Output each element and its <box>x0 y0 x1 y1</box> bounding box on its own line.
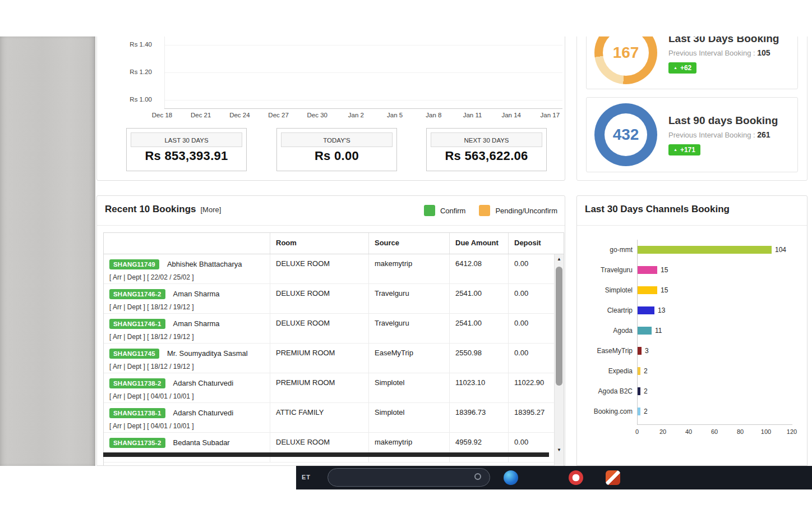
channel-row: EaseMyTrip 3 <box>586 341 800 361</box>
y-axis-line <box>164 36 165 108</box>
channel-label: Agoda B2C <box>586 387 637 395</box>
donut-value: 432 <box>613 126 639 144</box>
channels-axis-ticks: 020406080100120 <box>637 428 792 436</box>
axis-label: Jan 5 <box>381 112 408 118</box>
axis-tick-label: 60 <box>711 428 718 435</box>
taskbar: ET <box>296 466 812 489</box>
table-column-header: Deposit <box>509 233 555 254</box>
x-axis-line <box>164 108 562 109</box>
channel-value: 11 <box>655 327 662 335</box>
booking-line1: SHANG11745Mr. Soumyaditya Sasmal <box>109 349 270 359</box>
table-row[interactable]: SHANG11746-2Aman Sharma [ Arr | Dept ] [… <box>104 284 564 314</box>
scrollbar-thumb[interactable] <box>556 267 562 386</box>
source-cell: Travelguru <box>369 314 450 343</box>
legend-item: Confirm <box>424 205 466 216</box>
dashboard-viewport: Rs 1.40Rs 1.20Rs 1.00 Dec 18Dec 21Dec 24… <box>0 36 812 466</box>
divider <box>97 225 565 226</box>
channel-label: Travelguru <box>586 266 637 274</box>
delta-badge: ▲+171 <box>668 144 700 155</box>
booking-id-badge: SHANG11738-1 <box>109 408 165 418</box>
table-row[interactable]: SHANG11745Mr. Soumyaditya Sasmal [ Arr |… <box>104 344 564 373</box>
due-cell: 2550.98 <box>450 344 509 373</box>
deposit-cell: 0.00 <box>509 344 555 373</box>
table-row[interactable]: SHANG11746-1Aman Sharma [ Arr | Dept ] [… <box>104 314 564 344</box>
table-column-header: Source <box>369 233 450 254</box>
revenue-stat-box: TODAY'S Rs 0.00 <box>276 128 397 171</box>
guest-name: Adarsh Chaturvedi <box>173 409 234 417</box>
scroll-up-icon[interactable]: ▲ <box>555 254 564 264</box>
axis-label: Jan 2 <box>343 112 370 118</box>
legend-label: Pending/Unconfirm <box>495 207 557 215</box>
channels-bars: go-mmt 104 Travelguru 15 Simplotel 15 Cl… <box>586 240 800 422</box>
channel-bar <box>638 306 654 314</box>
channel-bar <box>638 246 772 254</box>
channel-value: 15 <box>661 266 668 274</box>
taskbar-search-input[interactable] <box>327 468 490 487</box>
guest-name: Aman Sharma <box>173 319 220 328</box>
axis-label: Jan 17 <box>537 112 564 118</box>
guest-name: Mr. Soumyaditya Sasmal <box>167 349 248 358</box>
booking-id-badge: SHANG11746-1 <box>109 319 165 329</box>
axis-label: Dec 24 <box>226 112 253 118</box>
axis-tick-label: 80 <box>737 428 744 435</box>
source-cell: makemytrip <box>369 433 450 462</box>
gridline <box>164 45 562 45</box>
room-cell: PREMIUM ROOM <box>270 344 369 373</box>
delta-badge: ▲+62 <box>668 62 696 74</box>
legend-swatch <box>479 205 490 216</box>
media-app-icon[interactable] <box>569 470 583 485</box>
due-cell: 6412.08 <box>450 254 509 283</box>
channels-title: Last 30 Days Channels Booking <box>585 204 730 215</box>
source-cell: makemytrip <box>369 254 450 283</box>
booking-dates: [ Arr | Dept ] [ 18/12 / 19/12 ] <box>109 303 270 311</box>
search-icon <box>474 473 481 480</box>
room-cell: PREMIUM ROOM <box>270 373 369 402</box>
room-cell: DELUXE ROOM <box>270 433 369 462</box>
channel-value: 2 <box>644 408 648 415</box>
booking-dates: [ Arr | Dept ] [ 04/01 / 10/01 ] <box>109 392 270 400</box>
booking-dates: [ Arr | Dept ] [ 04/01 / 10/01 ] <box>109 422 270 430</box>
booking-summary-card: 432 Last 90 days Booking Previous Interv… <box>586 97 798 172</box>
axis-label: Jan 11 <box>459 112 486 118</box>
table-column-header: Due Amount <box>450 233 509 254</box>
deposit-cell: 0.00 <box>509 284 555 313</box>
booking-line1: SHANG11746-1Aman Sharma <box>109 319 270 329</box>
room-cell: DELUXE ROOM <box>270 254 369 283</box>
taskbar-launcher[interactable]: ET <box>302 474 311 480</box>
booking-cell: SHANG11738-2Adarsh Chaturvedi [ Arr | De… <box>104 373 270 402</box>
channel-row: Simplotel 15 <box>586 280 800 300</box>
booking-cell: SHANG11749Abhishek Bhattacharya [ Arr | … <box>104 254 270 283</box>
source-cell: Simplotel <box>369 373 450 402</box>
booking-cell: SHANG11738-1Adarsh Chaturvedi [ Arr | De… <box>104 403 270 432</box>
up-arrow-icon: ▲ <box>673 66 677 70</box>
booking-line1: SHANG11749Abhishek Bhattacharya <box>109 259 270 269</box>
scroll-down-icon[interactable]: ▼ <box>555 445 564 455</box>
channel-label: Agoda <box>586 327 637 335</box>
browser-app-icon[interactable] <box>504 470 518 485</box>
table-row[interactable]: SHANG11749Abhishek Bhattacharya [ Arr | … <box>104 254 564 284</box>
stat-label: TODAY'S <box>281 132 393 147</box>
more-link[interactable]: [More] <box>201 205 222 214</box>
booking-id-badge: SHANG11749 <box>109 259 159 269</box>
table-header-row: RoomSourceDue AmountDeposit <box>104 233 564 254</box>
table-row[interactable]: SHANG11738-2Adarsh Chaturvedi [ Arr | De… <box>104 373 564 403</box>
table-scrollbar[interactable]: ▲ ▼ <box>554 254 564 466</box>
table-row[interactable]: SHANG11735-2Bedanta Subadar DELUXE ROOM … <box>104 433 564 463</box>
chart-y-axis: Rs 1.40Rs 1.20Rs 1.00 <box>112 41 152 123</box>
stat-value: Rs 0.00 <box>277 149 396 163</box>
booking-cell: SHANG11745Mr. Soumyaditya Sasmal [ Arr |… <box>104 344 270 373</box>
table-row[interactable]: SHANG11738-1Adarsh Chaturvedi [ Arr | De… <box>104 403 564 433</box>
booking-cards: 167 Last 30 Days Booking Previous Interv… <box>577 36 807 180</box>
booking-id-badge: SHANG11738-2 <box>109 378 165 388</box>
channel-row: Expedia 2 <box>586 361 800 381</box>
due-cell: 11023.10 <box>450 373 509 402</box>
booking-cell: SHANG11746-2Aman Sharma [ Arr | Dept ] [… <box>104 284 270 313</box>
presentation-app-icon[interactable] <box>606 470 620 485</box>
room-cell: ATTIC FAMILY <box>270 403 369 432</box>
channel-bar <box>638 347 642 355</box>
divider <box>577 225 807 226</box>
channel-row: Travelguru 15 <box>586 260 800 280</box>
axis-label: Dec 30 <box>304 112 331 118</box>
recent-bookings-title: Recent 10 Bookings[More] <box>105 204 221 215</box>
channel-row: Booking.com 2 <box>586 401 800 422</box>
